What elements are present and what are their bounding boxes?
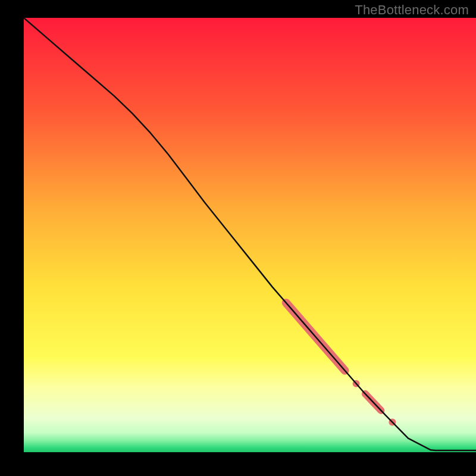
chart-svg [0, 0, 476, 476]
gradient-background [24, 18, 476, 452]
chart-frame: TheBottleneck.com [0, 0, 476, 476]
